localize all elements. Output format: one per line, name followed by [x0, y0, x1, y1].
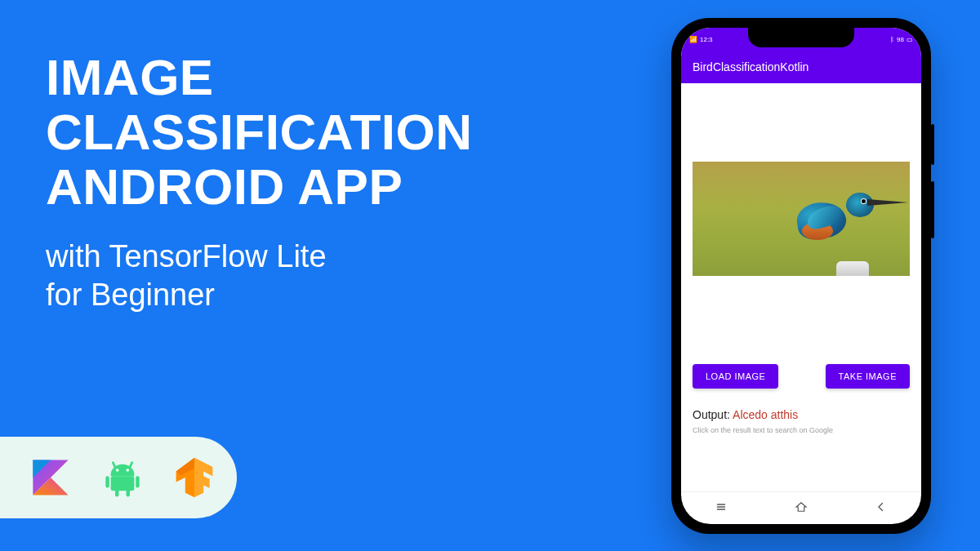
svg-rect-5 — [105, 476, 109, 487]
hero-title-line: ANDROID APP — [46, 160, 473, 215]
svg-rect-6 — [136, 476, 140, 487]
load-image-button[interactable]: LOAD IMAGE — [693, 364, 778, 389]
output-value[interactable]: Alcedo atthis — [733, 408, 798, 421]
hero-title-line: IMAGE — [46, 51, 473, 105]
hero-subtitle: with TensorFlow Lite for Beginner — [46, 238, 473, 315]
svg-rect-8 — [127, 489, 131, 496]
svg-rect-16 — [717, 506, 726, 508]
hero-block: IMAGE CLASSIFICATION ANDROID APP with Te… — [46, 51, 473, 315]
bluetooth-icon: ᛒ — [890, 36, 894, 43]
svg-rect-17 — [717, 504, 726, 505]
tech-logo-pill — [0, 437, 237, 518]
phone-notch — [748, 28, 854, 47]
output-label-text: Output: — [693, 408, 733, 421]
image-preview[interactable] — [693, 162, 910, 276]
nav-back-icon[interactable] — [874, 500, 889, 518]
hero-title-line: CLASSIFICATION — [46, 105, 473, 160]
svg-point-11 — [116, 469, 119, 472]
status-left: 📶 12:3 — [689, 36, 713, 43]
output-block: Output: Alcedo atthis Click on the resul… — [693, 408, 910, 434]
output-hint: Click on the result text to search on Go… — [693, 426, 910, 434]
svg-point-12 — [127, 469, 130, 472]
status-time: 12:3 — [700, 36, 713, 43]
battery-icon: ▭ — [906, 36, 913, 43]
hero-subtitle-line: for Beginner — [46, 276, 473, 315]
button-row: LOAD IMAGE TAKE IMAGE — [693, 364, 910, 389]
signal-icon: 📶 — [689, 36, 697, 43]
battery-text: 98 — [897, 36, 904, 43]
app-title: BirdClassificationKotlin — [693, 60, 808, 73]
output-line[interactable]: Output: Alcedo atthis — [693, 408, 910, 421]
hero-title: IMAGE CLASSIFICATION ANDROID APP — [46, 51, 473, 215]
android-nav-bar — [681, 491, 921, 524]
nav-recent-icon[interactable] — [714, 500, 728, 518]
tensorflow-icon — [170, 453, 219, 502]
nav-home-icon[interactable] — [794, 500, 808, 518]
svg-marker-14 — [194, 458, 212, 498]
svg-rect-18 — [717, 509, 726, 510]
app-body: LOAD IMAGE TAKE IMAGE Output: Alcedo att… — [681, 83, 921, 491]
phone-frame: 📶 12:3 ᛒ 98 ▭ BirdClassificationKotlin — [671, 18, 931, 534]
status-right: ᛒ 98 ▭ — [890, 36, 913, 43]
kotlin-icon — [26, 453, 75, 502]
app-bar: BirdClassificationKotlin — [681, 51, 921, 83]
hero-subtitle-line: with TensorFlow Lite — [46, 238, 473, 277]
svg-rect-4 — [111, 476, 135, 491]
svg-rect-7 — [115, 489, 119, 496]
android-icon — [98, 453, 147, 502]
phone-screen: 📶 12:3 ᛒ 98 ▭ BirdClassificationKotlin — [681, 28, 921, 524]
take-image-button[interactable]: TAKE IMAGE — [826, 364, 910, 389]
